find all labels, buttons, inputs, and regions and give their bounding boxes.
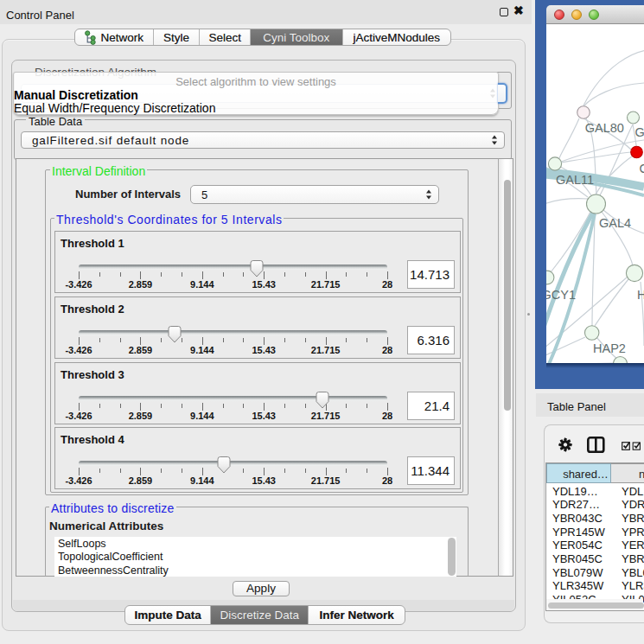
svg-text:HAP2: HAP2	[593, 341, 626, 355]
svg-text:C: C	[640, 162, 644, 175]
svg-text:GCY1: GCY1	[546, 288, 576, 302]
svg-text:GAL4: GAL4	[599, 216, 631, 230]
svg-text:GAL11: GAL11	[556, 173, 594, 187]
svg-text:GA: GA	[635, 125, 644, 139]
svg-text:H: H	[637, 288, 644, 302]
svg-text:GAL80: GAL80	[585, 121, 624, 135]
